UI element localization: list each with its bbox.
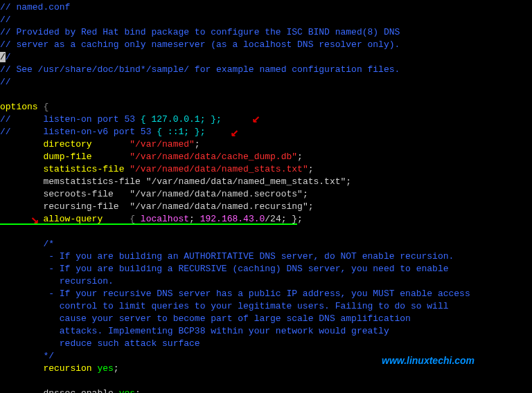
block-comment-line: control to limit queries to your legitim… [0,301,449,311]
semi: ; [308,201,314,212]
statsfile-val: "/var/named/data/named_stats.txt" [130,164,308,174]
block-comment-line: cause your server to become part of larg… [0,313,411,324]
allowquery-net: 192.168.43.0 [200,214,265,224]
sep: ; [189,214,200,224]
comment-line: // named.conf [0,2,70,12]
arrow-icon: ↙ [231,123,239,143]
dumpfile-key: dump-file [0,152,130,162]
semi: ; [135,388,141,393]
dnssec-enable-key: dnssec-enable [0,388,119,393]
allowquery-key: allow-query [0,214,130,224]
semi: ; [297,152,303,162]
semi: ; [308,164,314,174]
recursion-val: yes [97,363,113,374]
semi: ; [303,189,308,199]
recursing-val: "/var/named/data/named.recursing" [130,201,308,212]
comment-line: // [0,15,11,25]
listen-v6-body: { ::1; }; [157,127,205,137]
comment-line: // See /usr/share/doc/bind*/sample/ for … [0,64,400,75]
allowquery-localhost: localhost [141,214,189,224]
recursion-key: recursion [0,363,97,374]
brace-open: { [43,102,48,112]
dumpfile-val: "/var/named/data/cache_dump.db" [130,152,297,162]
block-comment-line: - If you are building an AUTHORITATIVE D… [0,251,454,262]
comment-line: // Provided by Red Hat bind package to c… [0,27,400,37]
memstats-val: "/var/named/data/named_mem_stats.txt" [146,176,346,187]
block-comment-line: attacks. Implementing BCP38 within your … [0,326,389,336]
watermark-text: www.linuxtechi.com [382,354,475,368]
brace: { [130,214,141,224]
allowquery-suffix: /24; } [265,214,297,224]
semi: ; [297,214,303,224]
comment-line: // [0,77,11,87]
memstats-key: memstatistics-file [0,176,146,187]
statsfile-key: statistics-file [0,164,130,174]
block-comment-close: */ [0,351,54,361]
block-comment-line: recursion. [0,276,114,286]
comment-line: / [6,52,11,62]
recursing-key: recursing-file [0,201,130,212]
directory-key: directory [0,139,130,149]
arrow-icon: ↘ [30,210,39,230]
semi: ; [346,176,351,187]
arrow-icon: ↙ [252,109,260,129]
block-comment-line: - If your recursive DNS server has a pub… [0,289,470,299]
dnssec-enable-val: yes [119,388,135,393]
semi: ; [114,363,119,374]
secroots-key: secroots-file [0,189,130,199]
listen-v6-comment: // listen-on-v6 port 53 [0,127,157,137]
secroots-val: "/var/named/data/named.secroots" [130,189,303,199]
comment-line: // server as a caching only nameserver (… [0,39,400,50]
block-comment-line: reduce such attack surface [0,338,200,349]
options-keyword: options [0,102,43,112]
listen-v4-comment: // listen-on port 53 [0,114,141,125]
block-comment-open: /* [0,239,54,249]
cursor-position[interactable]: / [0,52,6,62]
block-comment-line: - If you are building a RECURSIVE (cachi… [0,264,449,274]
directory-val: "/var/named" [130,139,195,149]
semi: ; [195,139,200,149]
listen-v4-body: { 127.0.0.1; }; [141,114,222,125]
